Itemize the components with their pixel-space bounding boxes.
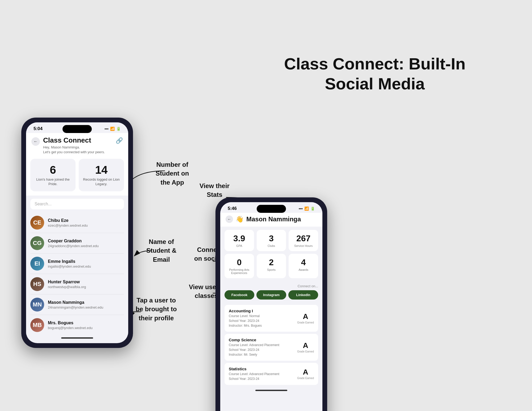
contact-email-hunter: northwestvp@wafbla.org <box>48 285 86 289</box>
contact-email-mason: 24nammingam@lynden.wednet.edu <box>48 305 103 309</box>
page-container: Class Connect: Built-In Social Media 5:0… <box>13 54 519 357</box>
grade-label-statistics: Grade Earned <box>297 377 314 380</box>
grade-box-accounting: A Grade Earned <box>297 312 314 324</box>
clubs-label: Clubs <box>259 244 284 247</box>
avatar-bogues: MB <box>30 318 44 332</box>
status-icons-2: ▪▪▪ 📶 🔋 <box>299 206 315 211</box>
sports-label: Sports <box>259 268 284 271</box>
class-comp-science: Comp Science Course Level: Advanced Plac… <box>225 334 318 361</box>
contact-emme[interactable]: EI Emme Ingalls ingallsi@lynden.wednet.e… <box>30 254 124 274</box>
p1-records-num: 14 <box>82 164 121 176</box>
grade-label-comp-science: Grade Earned <box>297 350 314 353</box>
awards-label: Awards <box>291 268 316 271</box>
stat-sports: 2 Sports <box>257 254 286 278</box>
annotation-name-email: Name of Student & Email <box>146 237 176 264</box>
class-details-accounting: Course Level: Normal School Year: 2023-2… <box>229 314 262 328</box>
p2-stats-grid: 3.9 GPA 3 Clubs 267 Service Hours 0 Perf… <box>220 227 322 281</box>
signal-icon-2: ▪▪▪ <box>299 206 303 211</box>
home-indicator-2 <box>255 390 287 391</box>
annotation-num-students: Number of Student on the App <box>156 160 189 187</box>
contact-hunter[interactable]: HS Hunter Sparrow northwestvp@wafbla.org <box>30 274 124 294</box>
search-input[interactable]: Search... <box>30 199 124 209</box>
performing-arts-label: Performing Arts Experiences <box>227 268 252 275</box>
grade-accounting: A <box>297 312 314 321</box>
avatar-chibu: CE <box>30 216 44 230</box>
p1-subtitle: Hey, Mason Namminga. Let's get you conne… <box>43 145 113 155</box>
p1-stat-records: 14 Records logged on Lion Legacy. <box>79 159 124 191</box>
grade-box-statistics: A Grade Earned <box>297 368 314 380</box>
p1-lions-label: Lion's have joined the Pride. <box>34 177 72 186</box>
status-icons-1: ▪▪▪ 📶 🔋 <box>105 127 121 131</box>
instagram-button[interactable]: Instagram <box>256 290 286 300</box>
battery-icon-2: 🔋 <box>310 206 315 211</box>
contact-email-bogues: boguesj@lynden.wednet.edu <box>48 326 93 330</box>
battery-icon-1: 🔋 <box>116 127 121 131</box>
signal-icon-1: ▪▪▪ <box>105 127 109 131</box>
page-title: Class Connect: Built-In Social Media <box>284 54 466 94</box>
contact-info-bogues: Mrs. Bogues boguesj@lynden.wednet.edu <box>48 321 93 330</box>
stat-performing-arts: 0 Performing Arts Experiences <box>225 254 254 278</box>
contact-email-chibu: ezec@lynden.wednet.edu <box>48 223 88 227</box>
annotation-view-stats: View their Stats <box>200 181 230 199</box>
contact-info-mason: Mason Namminga 24nammingam@lynden.wednet… <box>48 300 103 309</box>
contact-name-mason: Mason Namminga <box>48 300 103 305</box>
class-accounting: Accounting I Course Level: Normal School… <box>225 305 318 332</box>
phone-1: 5:04 ▪▪▪ 📶 🔋 ← Class Connect Hey, Mason … <box>21 118 133 348</box>
contact-name-chibu: Chibu Eze <box>48 218 88 223</box>
p1-back-button[interactable]: ← <box>31 137 40 146</box>
p1-stats-row: 6 Lion's have joined the Pride. 14 Recor… <box>26 159 128 196</box>
social-section: Connect on... Facebook Instagram LinkedI… <box>220 281 322 302</box>
contact-cooper[interactable]: CG Cooper Graddon 24graddonc@lynden.wedn… <box>30 233 124 254</box>
contact-email-emme: ingallsi@lynden.wednet.edu <box>48 264 91 268</box>
class-name-statistics: Statistics <box>229 367 279 371</box>
search-placeholder: Search... <box>35 202 52 206</box>
stat-service-hours: 267 Service Hours <box>289 230 318 251</box>
p2-user-name: Mason Namminga <box>246 215 301 223</box>
link-icon[interactable]: 🔗 <box>116 137 123 144</box>
contact-email-cooper: 24graddonc@lynden.wednet.edu <box>48 244 99 248</box>
grade-comp-science: A <box>297 341 314 350</box>
title-area: Class Connect: Built-In Social Media <box>13 54 519 94</box>
avatar-cooper: CG <box>30 236 44 250</box>
class-info-comp-science: Comp Science Course Level: Advanced Plac… <box>229 338 279 357</box>
avatar-mason: MN <box>30 298 44 312</box>
contact-mason[interactable]: MN Mason Namminga 24nammingam@lynden.wed… <box>30 294 124 315</box>
p1-stat-lions: 6 Lion's have joined the Pride. <box>30 159 76 191</box>
p1-header-text: Class Connect Hey, Mason Namminga. Let's… <box>43 136 113 155</box>
content-area: 5:04 ▪▪▪ 📶 🔋 ← Class Connect Hey, Mason … <box>13 102 519 357</box>
clubs-num: 3 <box>259 234 284 243</box>
avatar-hunter: HS <box>30 277 44 291</box>
class-info-accounting: Accounting I Course Level: Normal School… <box>229 309 262 328</box>
contact-bogues[interactable]: MB Mrs. Bogues boguesj@lynden.wednet.edu <box>30 315 124 335</box>
stat-clubs: 3 Clubs <box>257 230 286 251</box>
p2-back-button[interactable]: ← <box>226 215 233 223</box>
grade-statistics: A <box>297 368 314 376</box>
contact-name-bogues: Mrs. Bogues <box>48 321 93 325</box>
contact-chibu[interactable]: CE Chibu Eze ezec@lynden.wednet.edu <box>30 213 124 233</box>
status-time-1: 5:04 <box>34 126 43 131</box>
status-bar-2: 5:46 ▪▪▪ 📶 🔋 <box>220 202 322 213</box>
linkedin-button[interactable]: LinkedIn <box>288 290 318 300</box>
sports-num: 2 <box>259 258 284 267</box>
wifi-icon-1: 📶 <box>110 127 115 131</box>
facebook-button[interactable]: Facebook <box>225 290 254 300</box>
p1-contact-list: CE Chibu Eze ezec@lynden.wednet.edu CG C… <box>26 213 128 335</box>
p1-records-label: Records logged on Lion Legacy. <box>82 177 121 186</box>
contact-info-emme: Emme Ingalls ingallsi@lynden.wednet.edu <box>48 259 91 268</box>
class-info-statistics: Statistics Course Level: Advanced Placem… <box>229 367 279 381</box>
social-buttons-row: Facebook Instagram LinkedIn <box>225 290 318 300</box>
contact-name-hunter: Hunter Sparrow <box>48 280 86 284</box>
p1-search-area: Search... <box>26 196 128 213</box>
class-statistics: Statistics Course Level: Advanced Placem… <box>225 363 318 385</box>
class-name-accounting: Accounting I <box>229 309 262 313</box>
wave-emoji: 👋 <box>236 215 244 223</box>
grade-label-accounting: Grade Earned <box>297 321 314 324</box>
phone-1-screen: 5:04 ▪▪▪ 📶 🔋 ← Class Connect Hey, Mason … <box>26 122 128 343</box>
stat-awards: 4 Awards <box>289 254 318 278</box>
contact-info-cooper: Cooper Graddon 24graddonc@lynden.wednet.… <box>48 239 99 248</box>
class-name-comp-science: Comp Science <box>229 338 279 342</box>
contact-name-emme: Emme Ingalls <box>48 259 91 264</box>
contact-info-hunter: Hunter Sparrow northwestvp@wafbla.org <box>48 280 86 289</box>
p1-lions-num: 6 <box>34 164 72 176</box>
dynamic-island-1 <box>63 125 92 133</box>
